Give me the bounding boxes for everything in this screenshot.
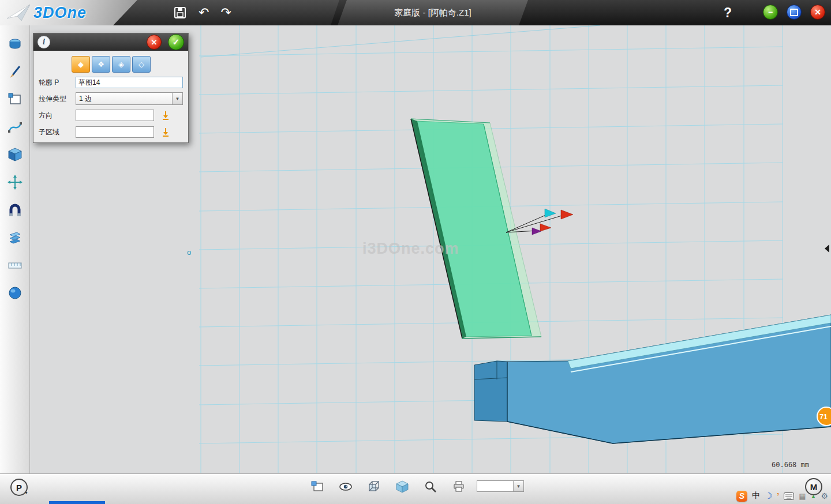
assembly-tool-button[interactable]: [6, 228, 24, 246]
brush-icon: [7, 63, 23, 80]
direction-row: 方向: [39, 109, 183, 122]
render-tool-button[interactable]: [6, 284, 24, 302]
moon-icon[interactable]: ☽: [765, 491, 772, 501]
svg-text:71: 71: [819, 413, 828, 421]
curve-tool-button[interactable]: [6, 118, 24, 136]
wireframe-cube-icon: [367, 480, 381, 494]
datum-plane-icon: [311, 481, 324, 492]
extrude-type-buttons: ◆ ❖ ◈ ◇: [72, 56, 188, 73]
subregion-input[interactable]: [76, 126, 154, 138]
titlebar-tools: ↶ ↷: [173, 0, 231, 25]
paper-plane-icon: [5, 1, 31, 24]
feature-tool-button[interactable]: [6, 145, 24, 163]
magnet-icon: [7, 202, 23, 218]
extrude-type-3-button[interactable]: ◈: [112, 56, 130, 73]
view-scale-combobox[interactable]: ▼: [477, 480, 524, 492]
magnifier-icon: [424, 480, 437, 493]
ime-settings-icon[interactable]: ⚙: [821, 491, 828, 501]
chevron-down-icon[interactable]: ▼: [513, 481, 523, 491]
sketch-tool-button[interactable]: [6, 90, 24, 108]
profile-input[interactable]: [76, 77, 183, 88]
shaded-view-button[interactable]: [392, 477, 413, 497]
sogou-ime-icon[interactable]: S: [736, 491, 747, 502]
info-icon[interactable]: i: [38, 36, 50, 48]
eye-icon: [339, 482, 353, 492]
visibility-button[interactable]: [335, 477, 356, 497]
ime-language-toggle[interactable]: 中: [752, 491, 760, 501]
extrude-type-1-button[interactable]: ◆: [72, 56, 90, 73]
direction-pick-button[interactable]: [159, 109, 173, 122]
titlebar: 家庭版 - [阿帕奇.Z1] 3DOne ↶ ↷ ? − ✕: [0, 0, 831, 25]
direction-label: 方向: [39, 111, 76, 121]
extrude-type-row: 拉伸类型 1 边 ▼: [39, 92, 183, 105]
pick-arrow-icon: [161, 111, 170, 120]
brand-text: 3DOne: [33, 4, 87, 22]
extrude-type-4-button[interactable]: ◇: [132, 56, 151, 73]
watermark: i3DOne.com: [362, 240, 459, 257]
window-controls: − ✕: [763, 5, 825, 20]
move-icon: [7, 174, 23, 190]
cancel-button[interactable]: ✕: [147, 35, 162, 50]
curve-icon: [7, 119, 23, 135]
save-icon[interactable]: [173, 6, 187, 20]
subregion-label: 子区域: [39, 127, 76, 137]
sphere-icon: [7, 285, 23, 301]
profile-label: 轮廓 P: [39, 78, 76, 88]
restore-button[interactable]: [787, 5, 802, 20]
help-icon[interactable]: ?: [724, 0, 732, 25]
close-button[interactable]: ✕: [810, 5, 825, 20]
dialog-header[interactable]: i ✕ ✓: [33, 33, 188, 51]
direction-input[interactable]: [76, 110, 154, 121]
view-tools: [307, 477, 469, 497]
notification-badge[interactable]: 71: [817, 407, 831, 426]
ime-grid-icon[interactable]: ▦: [799, 492, 806, 501]
shaded-cube-icon: [395, 480, 409, 493]
chevron-down-icon[interactable]: ▼: [172, 93, 182, 104]
origin-marker: o: [187, 248, 191, 257]
undo-icon[interactable]: ↶: [199, 0, 209, 25]
zoom-button[interactable]: [420, 477, 441, 497]
print-button[interactable]: [448, 477, 469, 497]
window-title: 家庭版 - [阿帕奇.Z1]: [394, 7, 471, 18]
left-toolbar: [0, 25, 30, 474]
subregion-row: 子区域: [39, 126, 183, 138]
move-tool-button[interactable]: [6, 173, 24, 191]
redo-icon[interactable]: ↷: [220, 0, 231, 25]
material-tool-button[interactable]: [6, 35, 24, 52]
ime-up-icon[interactable]: ▲: [811, 493, 817, 499]
brush-tool-button[interactable]: [6, 62, 24, 80]
extrude-type-value: 1 边: [76, 94, 92, 104]
dimension-readout: 60.668 mm: [772, 461, 809, 469]
profile-row: 轮廓 P: [39, 77, 183, 88]
extrude-type-2-button[interactable]: ❖: [92, 56, 110, 73]
bottom-toolbar: P ▼: [0, 473, 831, 504]
layers-icon: [7, 230, 23, 246]
punctuation-toggle-icon[interactable]: ’: [777, 491, 779, 501]
extrude-type-select[interactable]: 1 边 ▼: [76, 92, 183, 105]
restore-icon: [790, 9, 798, 16]
ime-toolbar: S 中 ☽ ’ ▦ ▲ ⚙: [736, 490, 828, 502]
extrude-dialog: i ✕ ✓ ◆ ❖ ◈ ◇ 轮廓 P 拉伸类型 1 边 ▼ 方向 子区域: [33, 33, 189, 143]
chevron-down-icon[interactable]: ▼: [24, 491, 28, 495]
pick-arrow-icon: [161, 127, 170, 137]
show-plane-button[interactable]: [307, 477, 328, 497]
subregion-pick-button[interactable]: [159, 126, 173, 138]
extrude-type-label: 拉伸类型: [39, 94, 76, 104]
minimize-button[interactable]: −: [763, 5, 778, 20]
printer-icon: [452, 480, 465, 493]
titlebar-center-segment: 家庭版 - [阿帕奇.Z1]: [338, 0, 528, 25]
ok-button[interactable]: ✓: [168, 34, 184, 50]
keyboard-icon[interactable]: [784, 492, 794, 500]
measure-tool-button[interactable]: [6, 256, 24, 274]
sketch-icon: [7, 91, 23, 107]
taskbar-item-strip[interactable]: [49, 501, 105, 504]
snap-tool-button[interactable]: [6, 201, 24, 219]
ruler-icon: [7, 257, 23, 273]
material-icon: [7, 36, 23, 52]
cube-icon: [7, 146, 23, 163]
wireframe-view-button[interactable]: [364, 477, 384, 497]
